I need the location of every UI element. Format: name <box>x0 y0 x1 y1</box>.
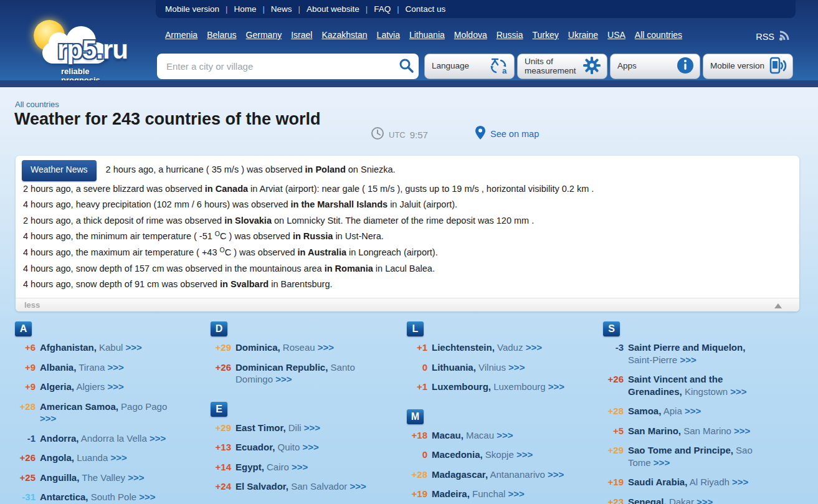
more-link[interactable]: >>> <box>350 481 366 492</box>
top-nav-link-faq[interactable]: FAQ <box>374 4 391 14</box>
countries-nav-link-ukraine[interactable]: Ukraine <box>568 30 598 40</box>
countries-nav-link-usa[interactable]: USA <box>607 30 625 40</box>
country-link[interactable]: Macedonia, <box>432 449 483 460</box>
more-link[interactable]: >>> <box>732 477 748 487</box>
country-link[interactable]: Saudi Arabia, <box>628 477 687 487</box>
mobile-version-button[interactable]: Mobile version <box>703 54 793 79</box>
more-link[interactable]: >>> <box>126 342 142 353</box>
countries-nav-link-turkey[interactable]: Turkey <box>533 30 559 40</box>
country-link[interactable]: Anguilla, <box>40 472 79 483</box>
capital-city[interactable]: Kabul <box>99 342 123 353</box>
country-link[interactable]: Afghanistan, <box>40 342 97 353</box>
units-button[interactable]: Units of measurement <box>517 54 607 79</box>
country-link[interactable]: Ecuador, <box>235 442 275 452</box>
country-link[interactable]: Liechtenstein, <box>432 342 495 353</box>
more-link[interactable]: >>> <box>734 426 750 436</box>
search-button[interactable] <box>394 54 419 79</box>
top-nav-link-home[interactable]: Home <box>234 4 256 14</box>
countries-nav-link-lithuania[interactable]: Lithuania <box>409 30 445 40</box>
capital-city[interactable]: Luanda <box>77 452 108 463</box>
more-link[interactable]: >>> <box>548 469 564 480</box>
rss-box[interactable]: RSS <box>756 29 791 44</box>
capital-city[interactable]: Funchal <box>472 488 505 499</box>
countries-nav-link-belarus[interactable]: Belarus <box>207 30 236 40</box>
country-link[interactable]: Antarctica, <box>40 492 88 502</box>
see-on-map-link[interactable]: See on map <box>490 129 539 139</box>
country-link[interactable]: Dominica, <box>235 342 280 353</box>
country-link[interactable]: El Salvador, <box>235 481 288 492</box>
capital-city[interactable]: Dakar <box>669 497 694 504</box>
country-link[interactable]: Andorra, <box>40 433 79 444</box>
countries-nav-link-all-countries[interactable]: All countries <box>635 30 682 40</box>
capital-city[interactable]: Tirana <box>78 362 105 373</box>
country-link[interactable]: Lithuania, <box>432 362 476 373</box>
country-link[interactable]: Macau, <box>432 430 464 440</box>
more-link[interactable]: >>> <box>107 381 123 392</box>
rss-label[interactable]: RSS <box>756 32 774 42</box>
capital-city[interactable]: Luxembourg <box>493 381 545 392</box>
capital-city[interactable]: Macau <box>466 430 494 440</box>
more-link[interactable]: >>> <box>508 488 525 499</box>
rss-icon[interactable] <box>778 29 791 44</box>
more-link[interactable]: >>> <box>107 362 123 373</box>
more-link[interactable]: >>> <box>110 452 126 463</box>
more-link[interactable]: >>> <box>730 386 746 397</box>
breadcrumb[interactable]: All countries <box>15 100 59 109</box>
top-nav-link-mobile-version[interactable]: Mobile version <box>165 4 219 14</box>
capital-city[interactable]: South Pole <box>91 492 136 502</box>
countries-nav-link-kazakhstan[interactable]: Kazakhstan <box>321 30 367 40</box>
country-link[interactable]: Luxembourg, <box>432 381 491 392</box>
more-link[interactable]: >>> <box>508 362 525 373</box>
more-link[interactable]: >>> <box>275 374 292 384</box>
country-link[interactable]: Samoa, <box>628 406 661 416</box>
top-nav-link-contact-us[interactable]: Contact us <box>406 4 446 14</box>
site-logo[interactable]: rp5.ru reliable prognosis <box>32 16 169 86</box>
top-nav-link-news[interactable]: News <box>271 4 292 14</box>
apps-button[interactable]: Apps <box>610 54 700 79</box>
countries-nav-link-russia[interactable]: Russia <box>497 30 523 40</box>
more-link[interactable]: >>> <box>150 433 166 444</box>
capital-city[interactable]: The Valley <box>82 472 125 483</box>
country-link[interactable]: Sao Tome and Principe, <box>628 445 733 455</box>
language-button[interactable]: Language a <box>424 54 515 79</box>
more-link[interactable]: >>> <box>303 442 319 452</box>
search-input[interactable] <box>157 61 394 72</box>
more-link[interactable]: >>> <box>654 457 670 468</box>
country-link[interactable]: Madeira, <box>432 488 470 499</box>
collapse-arrow-icon[interactable] <box>774 303 782 308</box>
country-link[interactable]: San Marino, <box>628 426 681 436</box>
country-link[interactable]: Saint Pierre and Miquelon, <box>628 342 745 353</box>
capital-city[interactable]: Apia <box>663 406 682 416</box>
capital-city[interactable]: Vaduz <box>497 342 523 353</box>
see-on-map[interactable]: See on map <box>475 126 539 142</box>
more-link[interactable]: >>> <box>292 462 308 472</box>
capital-city[interactable]: Al Riyadh <box>690 477 730 487</box>
top-nav-link-about-website[interactable]: About website <box>307 4 359 14</box>
capital-city[interactable]: Skopje <box>485 449 514 460</box>
country-link[interactable]: East Timor, <box>235 422 286 433</box>
country-link[interactable]: American Samoa, <box>40 401 118 412</box>
capital-city[interactable]: Algiers <box>76 381 105 392</box>
news-collapse-bar[interactable]: less <box>16 298 799 311</box>
capital-city[interactable]: Roseau <box>283 342 315 353</box>
more-link[interactable]: >>> <box>304 422 320 433</box>
country-link[interactable]: Egypt, <box>235 462 264 472</box>
country-link[interactable]: Algeria, <box>40 381 74 392</box>
country-link[interactable]: Dominican Republic, <box>235 362 328 373</box>
capital-city[interactable]: Antananarivo <box>490 469 545 480</box>
country-link[interactable]: Albania, <box>40 362 76 373</box>
capital-city[interactable]: Pago Pago <box>121 401 167 412</box>
more-link[interactable]: >>> <box>680 354 696 365</box>
capital-city[interactable]: Cairo <box>267 462 289 472</box>
capital-city[interactable]: San Marino <box>683 426 731 436</box>
more-link[interactable]: >>> <box>548 381 564 392</box>
capital-city[interactable]: Andorra la Vella <box>81 433 147 444</box>
more-link[interactable]: >>> <box>697 497 713 504</box>
more-link[interactable]: >>> <box>685 406 701 416</box>
more-link[interactable]: >>> <box>526 342 542 353</box>
capital-city[interactable]: San Salvador <box>291 481 347 492</box>
countries-nav-link-latvia[interactable]: Latvia <box>377 30 400 40</box>
country-link[interactable]: Madagascar, <box>432 469 488 480</box>
more-link[interactable]: >>> <box>318 342 334 353</box>
capital-city[interactable]: Dili <box>288 422 302 433</box>
